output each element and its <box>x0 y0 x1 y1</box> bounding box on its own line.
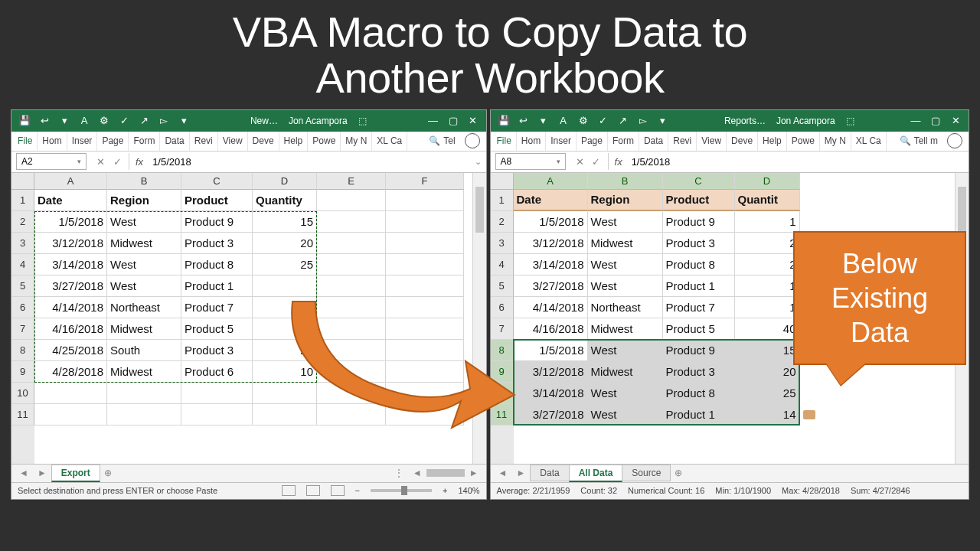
ribbon-tab-data[interactable]: Data <box>160 132 189 151</box>
cell[interactable] <box>253 404 317 425</box>
cell[interactable] <box>317 211 386 233</box>
cell[interactable]: West <box>588 254 663 276</box>
cell[interactable]: 10 <box>253 361 317 383</box>
cell[interactable]: 3/14/2018 <box>34 254 107 276</box>
cell[interactable]: 40 <box>253 318 317 340</box>
cell[interactable] <box>386 211 464 233</box>
col-header[interactable]: C <box>181 173 253 190</box>
formula-input[interactable]: 1/5/2018 <box>149 156 469 168</box>
cell[interactable]: West <box>588 383 663 404</box>
row-header[interactable]: 9 <box>491 361 514 383</box>
cell[interactable]: 1/5/2018 <box>34 211 107 233</box>
row-header[interactable]: 1 <box>491 190 514 211</box>
cell[interactable] <box>181 383 253 404</box>
cell[interactable] <box>386 254 464 276</box>
row-header[interactable]: 3 <box>491 233 514 254</box>
cell[interactable] <box>386 190 464 211</box>
row-header[interactable]: 4 <box>491 254 514 276</box>
cell[interactable]: Product 9 <box>663 340 735 361</box>
undo-icon[interactable]: ↩ <box>514 112 534 129</box>
cell[interactable]: 20 <box>735 361 800 383</box>
cell[interactable]: 1/5/2018 <box>514 211 588 233</box>
cell[interactable]: Product <box>663 190 735 211</box>
cell[interactable]: 4/25/2018 <box>34 340 107 361</box>
cell[interactable] <box>317 190 386 211</box>
sheet-nav-next[interactable]: ► <box>33 468 51 478</box>
col-header[interactable]: D <box>253 173 317 190</box>
cell[interactable] <box>317 276 386 297</box>
sheet-nav-next[interactable]: ► <box>511 468 530 478</box>
cell[interactable] <box>317 383 386 404</box>
ribbon-tab-home[interactable]: Hom <box>38 132 67 151</box>
row-header[interactable]: 10 <box>11 383 34 404</box>
col-header[interactable]: B <box>107 173 181 190</box>
cell[interactable]: 1 <box>735 211 800 233</box>
sheet-tab-data[interactable]: Data <box>530 465 569 481</box>
cell[interactable]: West <box>588 404 663 425</box>
cell[interactable]: Midwest <box>588 318 663 340</box>
cell[interactable]: 3/12/2018 <box>514 233 588 254</box>
ribbon-tab-myn[interactable]: My N <box>820 132 851 151</box>
cell[interactable]: Product <box>181 190 253 211</box>
sheet-tab-alldata[interactable]: All Data <box>569 465 623 482</box>
ribbon-tab-view[interactable]: View <box>218 132 248 151</box>
ribbon-tab-review[interactable]: Revi <box>668 132 697 151</box>
new-sheet-button[interactable]: ⊕ <box>100 468 116 478</box>
ribbon-tab-data[interactable]: Data <box>639 132 668 151</box>
cell[interactable] <box>386 233 464 254</box>
row-header[interactable]: 11 <box>11 404 34 425</box>
cell[interactable] <box>386 297 464 318</box>
zoom-out-button[interactable]: − <box>355 486 360 495</box>
cell[interactable]: 4/16/2018 <box>514 318 588 340</box>
name-box[interactable]: A8 <box>495 153 566 170</box>
row-header[interactable]: 3 <box>11 233 34 254</box>
sheet-tab-export[interactable]: Export <box>51 465 100 482</box>
cell[interactable]: 2 <box>735 254 800 276</box>
cell[interactable]: Midwest <box>107 233 181 254</box>
ribbon-tab-file[interactable]: File <box>13 132 38 151</box>
cell[interactable]: 25 <box>735 383 800 404</box>
qat-cursor-icon[interactable]: ▻ <box>154 112 174 129</box>
qat-icon[interactable]: A <box>74 112 94 129</box>
cell[interactable]: Midwest <box>107 361 181 383</box>
row-header[interactable]: 5 <box>11 276 34 297</box>
qat-icon-4[interactable]: ↗ <box>613 112 633 129</box>
ribbon-tab-help[interactable]: Help <box>279 132 309 151</box>
cell[interactable]: Quantit <box>735 190 800 211</box>
tell-me-search[interactable]: 🔍 Tell m <box>895 135 942 146</box>
row-header[interactable]: 9 <box>11 361 34 383</box>
zoom-slider[interactable] <box>371 489 432 492</box>
cell[interactable]: 4/14/2018 <box>514 297 588 318</box>
cell[interactable]: 4/28/2018 <box>34 361 107 383</box>
row-header[interactable]: 7 <box>491 318 514 340</box>
col-header[interactable]: A <box>514 173 588 190</box>
cell[interactable]: Product 3 <box>181 233 253 254</box>
minimize-button[interactable]: — <box>423 112 443 129</box>
qat-icon-2[interactable]: ⚙ <box>94 112 114 129</box>
enter-icon[interactable]: ✓ <box>113 156 122 168</box>
avatar-icon[interactable]: ⬚ <box>358 116 367 126</box>
col-header[interactable]: F <box>386 173 464 190</box>
ribbon-tab-formulas[interactable]: Form <box>129 132 160 151</box>
name-box[interactable]: A2 <box>16 153 87 170</box>
cell[interactable]: Product 7 <box>663 297 735 318</box>
tell-me-search[interactable]: 🔍 Tel <box>424 135 459 146</box>
cell[interactable]: Date <box>514 190 588 211</box>
cell[interactable]: Product 3 <box>663 233 735 254</box>
cell[interactable]: West <box>107 211 181 233</box>
maximize-button[interactable]: ▢ <box>443 112 463 129</box>
ribbon-tab-review[interactable]: Revi <box>190 132 218 151</box>
sheet-nav-prev[interactable]: ◄ <box>494 468 512 478</box>
cell[interactable] <box>317 318 386 340</box>
cell[interactable]: 20 <box>253 340 317 361</box>
new-sheet-button[interactable]: ⊕ <box>670 468 687 478</box>
cell[interactable]: Product 3 <box>663 361 735 383</box>
cell[interactable]: 15 <box>253 211 317 233</box>
cell[interactable]: Northeast <box>107 297 181 318</box>
cell[interactable]: 3/14/2018 <box>514 254 588 276</box>
cell[interactable]: 4/14/2018 <box>34 297 107 318</box>
page-break-view-button[interactable] <box>331 485 345 496</box>
cancel-icon[interactable]: ✕ <box>576 156 584 168</box>
qat-icon-4[interactable]: ↗ <box>134 112 154 129</box>
cell[interactable]: Product 3 <box>181 340 253 361</box>
